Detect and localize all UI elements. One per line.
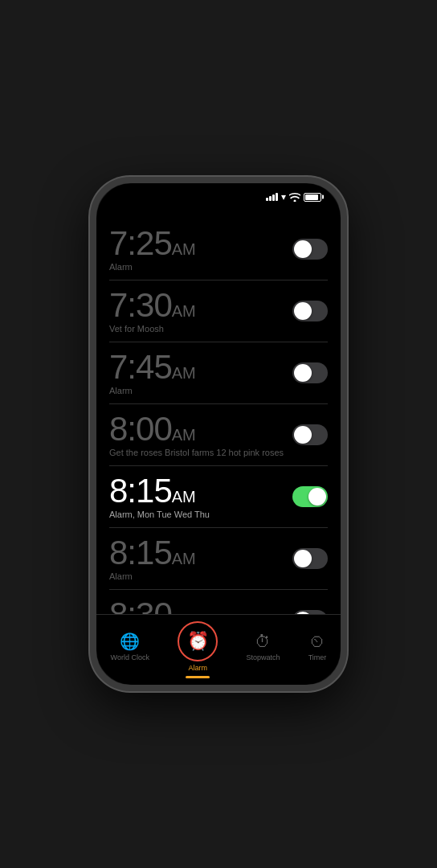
alarm-label: Alarm, Mon Tue Wed Thu bbox=[109, 510, 210, 519]
alarm-time: 7:25AM bbox=[109, 227, 196, 260]
signal-icon bbox=[266, 193, 278, 201]
alarm-label: Alarm bbox=[109, 571, 196, 581]
tab-icon: ⏲ bbox=[309, 633, 325, 651]
tab-label: Stopwatch bbox=[246, 653, 280, 661]
tab-timer[interactable]: ⏲ Timer bbox=[308, 633, 327, 661]
alarm-time: 8:15AM bbox=[109, 474, 210, 508]
tab-alarm[interactable]: ⏰ Alarm bbox=[178, 621, 218, 672]
alarm-time: 8:15AM bbox=[109, 536, 196, 570]
alarm-label: Vet for Moosh bbox=[109, 324, 196, 334]
alarm-tab-icon: ⏰ bbox=[187, 631, 209, 652]
alarm-toggle[interactable] bbox=[292, 239, 328, 260]
tab-icon: 🌐 bbox=[120, 632, 140, 651]
alarm-info: 8:00AM Get the roses Bristol farms 12 ho… bbox=[109, 412, 284, 457]
alarm-time: 8:30AM bbox=[109, 598, 196, 614]
alarm-toggle[interactable] bbox=[292, 362, 328, 383]
alarm-item[interactable]: 8:15AM Alarm, Mon Tue Wed Thu bbox=[109, 466, 328, 528]
battery-icon bbox=[304, 193, 321, 202]
alarm-toggle[interactable] bbox=[292, 610, 328, 614]
alarm-info: 8:30AM Pitmad bbox=[109, 598, 196, 614]
wifi-icon bbox=[289, 193, 300, 202]
alarm-list: 7:25AM Alarm 7:30AM Vet for Moosh 7:45AM… bbox=[96, 219, 341, 614]
alarm-label: Alarm bbox=[109, 262, 196, 272]
alarm-tab-circle: ⏰ bbox=[178, 621, 218, 661]
tab-indicator bbox=[186, 676, 210, 678]
alarm-info: 8:15AM Alarm bbox=[109, 536, 196, 581]
alarm-toggle[interactable] bbox=[292, 486, 328, 507]
alarm-item[interactable]: 8:15AM Alarm bbox=[109, 528, 328, 590]
alarm-toggle[interactable] bbox=[292, 548, 328, 569]
tab-stopwatch[interactable]: ⏱ Stopwatch bbox=[246, 633, 280, 661]
status-icons: ▾ bbox=[266, 191, 321, 203]
tab-label: Timer bbox=[308, 653, 327, 661]
alarm-item[interactable]: 7:30AM Vet for Moosh bbox=[109, 280, 328, 342]
alarm-info: 7:30AM Vet for Moosh bbox=[109, 289, 196, 334]
alarm-item[interactable]: 8:30AM Pitmad bbox=[109, 590, 328, 614]
tab-icon: ⏱ bbox=[255, 633, 271, 651]
alarm-item[interactable]: 7:25AM Alarm bbox=[109, 219, 328, 280]
wifi-icon: ▾ bbox=[281, 191, 286, 203]
alarm-label: Alarm bbox=[109, 386, 196, 395]
alarm-toggle[interactable] bbox=[292, 301, 328, 321]
alarm-info: 7:45AM Alarm bbox=[109, 350, 196, 395]
alarm-info: 8:15AM Alarm, Mon Tue Wed Thu bbox=[109, 474, 210, 519]
alarm-time: 8:00AM bbox=[109, 412, 284, 446]
tab-label: Alarm bbox=[188, 664, 207, 672]
alarm-info: 7:25AM Alarm bbox=[109, 227, 196, 272]
alarm-item[interactable]: 8:00AM Get the roses Bristol farms 12 ho… bbox=[109, 404, 328, 466]
tab-world-clock[interactable]: 🌐 World Clock bbox=[111, 632, 149, 661]
alarm-toggle[interactable] bbox=[292, 424, 328, 445]
tab-label: World Clock bbox=[111, 653, 149, 661]
alarm-time: 7:30AM bbox=[109, 289, 196, 322]
alarm-time: 7:45AM bbox=[109, 350, 196, 384]
nav-header bbox=[96, 206, 341, 219]
alarm-label: Get the roses Bristol farms 12 hot pink … bbox=[109, 448, 284, 457]
alarm-item[interactable]: 7:45AM Alarm bbox=[109, 342, 328, 404]
tab-bar: 🌐 World Clock ⏰ Alarm ⏱ Stopwatch ⏲ Time… bbox=[96, 614, 341, 685]
